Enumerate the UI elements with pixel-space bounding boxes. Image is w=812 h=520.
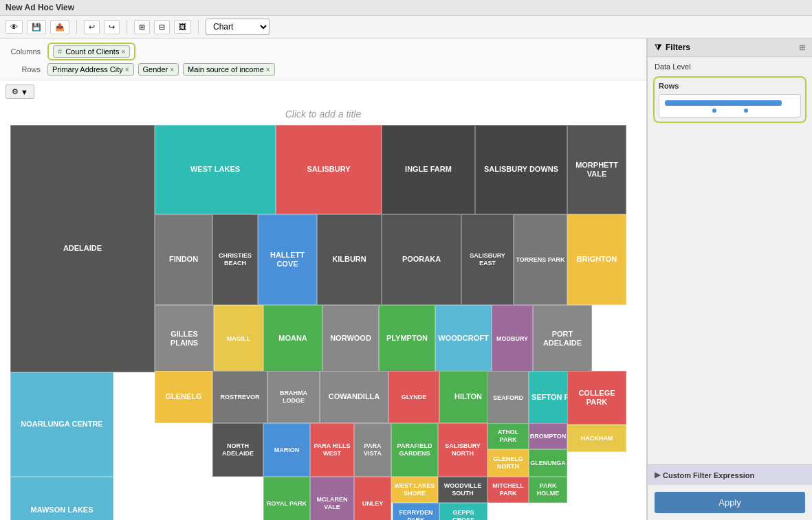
- grid-btn[interactable]: ⊟: [154, 20, 170, 34]
- treemap-cell-para-vista[interactable]: PARA VISTA: [354, 423, 391, 477]
- treemap-cell-woodcroft[interactable]: WOODCROFT: [435, 305, 492, 372]
- row-tag-city: Primary Address City ×: [47, 63, 134, 76]
- hash-icon: #: [58, 47, 62, 56]
- treemap-cell-gilles-plains[interactable]: GILLES PLAINS: [155, 305, 214, 372]
- fields-bar: Columns # Count of Clients × Rows Primar…: [0, 38, 646, 80]
- app-title: New Ad Hoc View: [6, 3, 74, 12]
- treemap-cell-rostrevor[interactable]: ROSTREVOR: [212, 371, 267, 423]
- treemap-cell-seaford[interactable]: SEAFORD: [487, 371, 529, 425]
- undo-btn[interactable]: ↩: [84, 20, 100, 34]
- treemap-cell-west-lakes-shore[interactable]: WEST LAKES SHORE: [391, 477, 438, 503]
- treemap-cell-para-hills-west[interactable]: PARA HILLS WEST: [310, 423, 354, 477]
- apply-button[interactable]: Apply: [655, 492, 805, 513]
- treemap-cell-ingle-farm[interactable]: INGLE FARM: [382, 125, 475, 214]
- treemap-cell-salisbury-east[interactable]: SALISBURY EAST: [461, 214, 514, 305]
- apply-btn-area: Apply: [648, 485, 812, 520]
- filters-expand[interactable]: ⊞: [799, 43, 805, 52]
- treemap-cell-plympton[interactable]: PLYMPTON: [379, 305, 435, 372]
- custom-filter-arrow-icon: ▶: [655, 471, 660, 479]
- chart-type-select[interactable]: Chart Table Crosstab: [206, 19, 270, 35]
- treemap-cell-gepps-cross[interactable]: GEPPS CROSS: [439, 503, 487, 520]
- treemap-cell-unley[interactable]: UNLEY: [354, 477, 391, 520]
- slider-dot-left: [712, 109, 716, 113]
- main-area: Columns # Count of Clients × Rows Primar…: [0, 38, 812, 520]
- treemap-cell-college-park[interactable]: COLLEGE PARK: [567, 371, 626, 425]
- treemap-cell-parafield-gardens[interactable]: PARAFIELD GARDENS: [391, 423, 438, 477]
- settings-arrow: ▼: [21, 88, 28, 96]
- row-tag-gender-label: Gender: [143, 65, 168, 74]
- treemap-cell-park-holme[interactable]: PARK HOLME: [529, 477, 567, 503]
- treemap-cell-ferryden-park[interactable]: FERRYDEN PARK: [393, 503, 439, 520]
- rows-filter-label: Rows: [659, 82, 801, 90]
- treemap-cell-glynde[interactable]: GLYNDE: [388, 371, 439, 423]
- treemap-cell-findon[interactable]: FINDON: [155, 214, 212, 305]
- treemap-cell-woodville-south[interactable]: WOODVILLE SOUTH: [438, 477, 487, 503]
- rows-slider-bar[interactable]: [665, 100, 782, 106]
- view-btn[interactable]: 👁: [6, 20, 23, 34]
- treemap-cell-mawson-lakes[interactable]: MAWSON LAKES: [10, 477, 113, 520]
- treemap-cell-morphett-vale[interactable]: MORPHETT VALE: [567, 125, 626, 214]
- rows-filter-outline: Rows: [653, 76, 806, 123]
- data-level-label: Data Level: [648, 57, 812, 74]
- treemap-cell-hackham[interactable]: HACKHAM: [567, 425, 626, 452]
- column-tag-label: Count of Clients: [65, 47, 119, 56]
- rows-label: Rows: [6, 65, 43, 74]
- treemap-cell-north-adelaide[interactable]: NORTH ADELAIDE: [212, 423, 263, 477]
- treemap-cell-noarlunga-centre[interactable]: NOARLUNGA CENTRE: [10, 372, 113, 477]
- treemap-cell-pooraka[interactable]: POORAKA: [382, 214, 461, 305]
- custom-filter-section[interactable]: ▶ Custom Filter Expression: [648, 464, 812, 485]
- treemap-cell-marion[interactable]: MARION: [263, 423, 310, 477]
- treemap-cell-kilburn[interactable]: KILBURN: [317, 214, 382, 305]
- treemap-cell-salisbury[interactable]: SALISBURY: [276, 125, 382, 214]
- treemap-cell-brighton[interactable]: BRIGHTON: [567, 214, 626, 305]
- save-btn[interactable]: 💾: [27, 20, 46, 34]
- treemap-cell-cowandilla[interactable]: COWANDILLA: [320, 371, 388, 423]
- custom-filter-label: Custom Filter Expression: [663, 471, 754, 479]
- export-btn[interactable]: 📤: [50, 20, 69, 34]
- treemap-cell-torrens-park[interactable]: TORRENS PARK: [514, 214, 567, 305]
- chart-title-placeholder[interactable]: Click to add a title: [285, 109, 362, 120]
- layout-btn[interactable]: ⊞: [134, 20, 150, 34]
- chart-actions: ⚙ ▼: [0, 80, 646, 103]
- settings-button[interactable]: ⚙ ▼: [6, 84, 34, 99]
- row-tag-gender-close[interactable]: ×: [170, 66, 174, 74]
- treemap-cell-magill[interactable]: MAGILL: [214, 305, 263, 372]
- treemap-cell-mclaren-vale[interactable]: MCLAREN VALE: [310, 477, 354, 520]
- treemap-cell-port-adelaide[interactable]: PORT ADELAIDE: [533, 305, 592, 372]
- columns-outline: # Count of Clients ×: [47, 43, 135, 60]
- columns-label: Columns: [6, 47, 43, 56]
- treemap-cell-athol-park[interactable]: ATHOL PARK: [487, 423, 529, 449]
- image-btn[interactable]: 🖼: [174, 20, 191, 34]
- rows-row: Rows Primary Address City × Gender × Mai…: [6, 62, 641, 77]
- rows-slider-dots: [665, 109, 795, 111]
- row-tag-income-close[interactable]: ×: [266, 66, 270, 74]
- chart-title-area[interactable]: Click to add a title: [0, 103, 646, 125]
- filters-title: Filters: [666, 43, 690, 52]
- treemap-cell-glenunga[interactable]: GLENUNGA: [529, 449, 567, 477]
- row-tag-city-label: Primary Address City: [52, 65, 123, 74]
- filter-spacer: [648, 126, 812, 464]
- treemap-cell-christies-beach[interactable]: CHRISTIES BEACH: [212, 214, 258, 305]
- treemap-cell-modbury[interactable]: MODBURY: [492, 305, 533, 372]
- row-tag-city-close[interactable]: ×: [125, 66, 129, 74]
- columns-row: Columns # Count of Clients ×: [6, 41, 641, 62]
- treemap-cell-salisbury-north[interactable]: SALISBURY NORTH: [438, 423, 487, 477]
- column-tag-close[interactable]: ×: [121, 48, 125, 56]
- treemap-cell-salisbury-downs[interactable]: SALISBURY DOWNS: [475, 125, 567, 214]
- treemap-cell-adelaide[interactable]: ADELAIDE: [10, 125, 155, 372]
- redo-btn[interactable]: ↪: [104, 20, 120, 34]
- treemap-cell-mitchell-park[interactable]: MITCHELL PARK: [487, 477, 529, 503]
- treemap-cell-royal-park[interactable]: ROYAL PARK: [263, 477, 310, 520]
- title-bar: New Ad Hoc View: [0, 0, 812, 16]
- toolbar-divider-1: [76, 20, 77, 34]
- treemap-cell-norwood[interactable]: NORWOOD: [322, 305, 379, 372]
- treemap-cell-moana[interactable]: MOANA: [263, 305, 322, 372]
- treemap-cell-glenelg[interactable]: GLENELG: [155, 371, 212, 423]
- treemap-cell-brompton[interactable]: BROMPTON: [529, 423, 567, 449]
- treemap-cell-glenelg-north[interactable]: GLENELG NORTH: [487, 449, 529, 477]
- treemap-cell-brahma-lodge[interactable]: BRAHMA LODGE: [267, 371, 320, 423]
- toolbar: 👁 💾 📤 ↩ ↪ ⊞ ⊟ 🖼 Chart Table Crosstab: [0, 16, 812, 38]
- treemap-cell-west-lakes[interactable]: WEST LAKES: [155, 125, 276, 214]
- treemap-cell-hallett-cove[interactable]: HALLETT COVE: [258, 214, 317, 305]
- toolbar-divider-3: [198, 20, 199, 34]
